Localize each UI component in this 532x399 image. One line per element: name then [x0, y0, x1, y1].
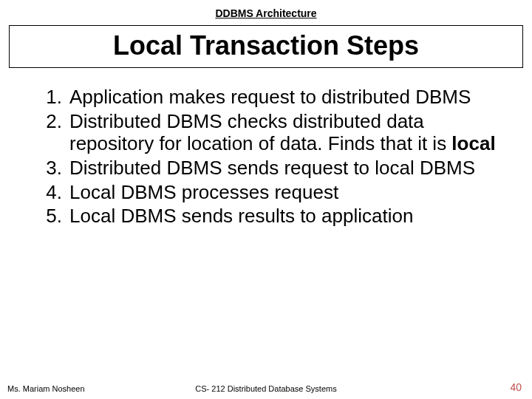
- steps-list: 1. Application makes request to distribu…: [30, 86, 502, 228]
- list-text: Distributed DBMS checks distributed data…: [62, 110, 502, 155]
- list-item: 5. Local DBMS sends results to applicati…: [30, 205, 502, 228]
- list-text-bold: local: [451, 132, 495, 154]
- list-item: 2. Distributed DBMS checks distributed d…: [30, 110, 502, 155]
- list-text-pre: Distributed DBMS checks distributed data…: [69, 110, 451, 155]
- list-number: 1.: [30, 86, 62, 109]
- list-text: Local DBMS sends results to application: [62, 205, 413, 228]
- list-text: Local DBMS processes request: [62, 181, 338, 204]
- header-label: DDBMS Architecture: [0, 0, 532, 19]
- slide-number: 40: [510, 381, 522, 393]
- list-number: 3.: [30, 157, 62, 180]
- list-text: Distributed DBMS sends request to local …: [62, 157, 475, 180]
- list-item: 1. Application makes request to distribu…: [30, 86, 502, 109]
- list-number: 2.: [30, 110, 62, 155]
- list-item: 4. Local DBMS processes request: [30, 181, 502, 204]
- list-number: 4.: [30, 181, 62, 204]
- list-item: 3. Distributed DBMS sends request to loc…: [30, 157, 502, 180]
- list-number: 5.: [30, 205, 62, 228]
- footer-course: CS- 212 Distributed Database Systems: [0, 384, 532, 393]
- slide-title: Local Transaction Steps: [9, 25, 523, 68]
- list-text: Application makes request to distributed…: [62, 86, 471, 109]
